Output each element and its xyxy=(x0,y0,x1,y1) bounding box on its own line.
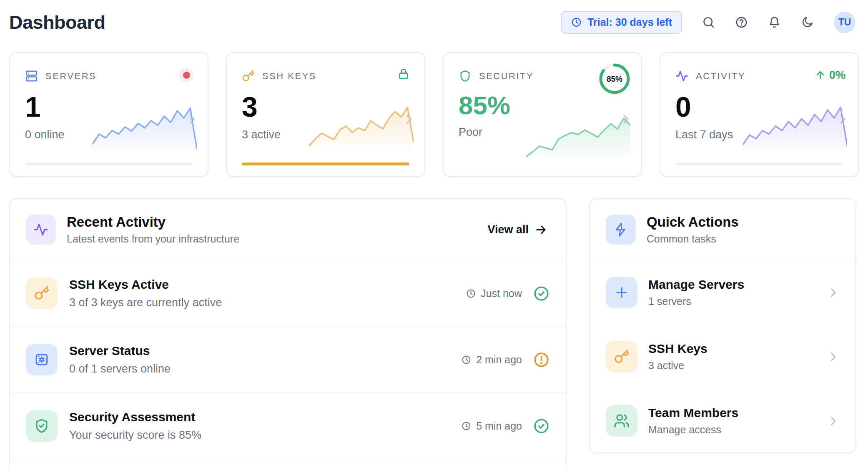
search-button[interactable] xyxy=(702,16,715,29)
server-icon xyxy=(25,70,38,82)
moon-icon xyxy=(801,16,814,29)
quick-action-title: SSH Keys xyxy=(648,342,707,356)
ssh-keys-progress-track xyxy=(242,162,409,165)
activity-pulse-icon xyxy=(26,215,56,245)
chevron-right-icon xyxy=(827,286,840,299)
stat-subtext: 0 online xyxy=(25,128,193,141)
clock-icon xyxy=(461,421,472,431)
activity-pulse-icon xyxy=(675,70,688,82)
stat-label: SECURITY xyxy=(479,71,534,82)
stat-card-ssh-keys[interactable]: SSH KEYS 3 3 active xyxy=(226,52,425,177)
shield-check-icon xyxy=(26,410,58,442)
stat-label: ACTIVITY xyxy=(696,71,745,82)
user-avatar[interactable]: TU xyxy=(834,12,855,33)
arrow-right-icon xyxy=(534,223,547,236)
trial-badge-label: Trial: 30 days left xyxy=(587,16,672,28)
stat-card-security[interactable]: SECURITY 85% 85% Poor xyxy=(443,52,642,177)
chevron-right-icon xyxy=(619,112,633,126)
top-bar: Dashboard Trial: 30 days left xyxy=(0,0,868,34)
activity-item-server-status[interactable]: Server Status 0 of 1 servers online 2 mi… xyxy=(10,326,566,392)
activity-description: Your security score is 85% xyxy=(69,429,201,442)
quick-action-title: Team Members xyxy=(648,406,738,420)
activity-title: Server Status xyxy=(69,344,171,358)
quick-action-subtitle: 1 servers xyxy=(648,295,744,308)
shield-icon xyxy=(459,70,472,82)
chevron-right-icon xyxy=(402,112,416,126)
help-button[interactable] xyxy=(735,16,748,29)
help-icon xyxy=(735,16,748,29)
stat-card-activity[interactable]: ACTIVITY 0% 0 Last 7 days xyxy=(660,52,859,177)
stat-label: SSH KEYS xyxy=(262,71,316,82)
security-score-ring: 85% xyxy=(598,62,631,95)
key-icon xyxy=(606,341,637,372)
stat-value: 0 xyxy=(675,92,843,121)
activity-item-ssh-keys[interactable]: SSH Keys Active 3 of 3 keys are currentl… xyxy=(10,260,566,326)
notifications-button[interactable] xyxy=(768,16,781,29)
activity-item-security-assessment[interactable]: Security Assessment Your security score … xyxy=(10,392,566,459)
activity-timestamp: 5 min ago xyxy=(461,420,522,432)
stat-subtext: Last 7 days xyxy=(675,128,843,141)
recent-activity-panel: Recent Activity Latest events from your … xyxy=(9,198,567,470)
activity-description: 3 of 3 keys are currently active xyxy=(69,296,222,309)
dashboard-page: Dashboard Trial: 30 days left xyxy=(0,0,868,470)
quick-actions-panel: Quick Actions Common tasks Manage Server… xyxy=(589,198,856,453)
users-icon xyxy=(606,405,637,437)
alert-circle-icon xyxy=(533,351,550,368)
activity-progress-track xyxy=(675,162,843,165)
stat-value: 85% xyxy=(459,92,626,118)
page-title: Dashboard xyxy=(9,12,105,33)
stat-label: SERVERS xyxy=(45,71,96,82)
trend-indicator: 0% xyxy=(815,69,845,82)
lightning-icon xyxy=(606,215,636,245)
clock-icon xyxy=(461,355,472,365)
quick-action-ssh-keys[interactable]: SSH Keys 3 active xyxy=(590,325,855,389)
panel-title: Quick Actions xyxy=(647,214,739,230)
stat-value: 3 xyxy=(242,92,409,121)
server-cog-icon xyxy=(26,344,58,375)
search-icon xyxy=(702,16,715,29)
activity-title: Security Assessment xyxy=(69,410,201,424)
stat-subtext: 3 active xyxy=(242,128,409,141)
quick-action-subtitle: Manage access xyxy=(648,424,738,436)
check-circle-icon xyxy=(533,285,550,302)
quick-action-manage-servers[interactable]: Manage Servers 1 servers xyxy=(590,260,855,325)
panels-row: Recent Activity Latest events from your … xyxy=(9,198,859,470)
chevron-right-icon xyxy=(185,112,199,126)
panel-title: Recent Activity xyxy=(67,214,239,230)
stat-card-servers[interactable]: SERVERS 1 0 online xyxy=(9,52,208,177)
bell-icon xyxy=(768,16,781,29)
clock-icon xyxy=(466,288,476,299)
clock-icon xyxy=(571,17,582,28)
quick-action-subtitle: 3 active xyxy=(648,360,707,372)
quick-action-title: Manage Servers xyxy=(648,278,744,292)
stat-value: 1 xyxy=(25,92,193,121)
servers-progress-track xyxy=(25,162,193,165)
view-all-button[interactable]: View all xyxy=(485,223,550,237)
activity-timestamp: Just now xyxy=(466,288,522,300)
stat-subtext: Poor xyxy=(459,126,626,139)
trend-value: 0% xyxy=(829,69,845,82)
plus-icon xyxy=(606,277,637,308)
key-icon xyxy=(26,278,58,309)
lock-icon xyxy=(397,67,410,80)
chevron-right-icon xyxy=(827,350,840,363)
divider xyxy=(10,459,566,459)
offline-status-dot xyxy=(179,68,193,82)
panel-subtitle: Latest events from your infrastructure xyxy=(67,233,239,245)
header-actions: Trial: 30 days left xyxy=(561,11,855,34)
activity-description: 0 of 1 servers online xyxy=(69,362,171,375)
key-icon xyxy=(242,70,255,82)
panel-subtitle: Common tasks xyxy=(647,233,739,245)
chevron-right-icon xyxy=(827,415,840,428)
quick-action-team-members[interactable]: Team Members Manage access xyxy=(590,389,855,453)
activity-timestamp: 2 min ago xyxy=(461,354,522,366)
activity-title: SSH Keys Active xyxy=(69,278,222,292)
check-circle-icon xyxy=(533,418,550,435)
stats-row: SERVERS 1 0 online SSH KEYS 3 3 active xyxy=(9,52,859,177)
ring-percent-label: 85% xyxy=(607,75,622,83)
dark-mode-toggle[interactable] xyxy=(801,16,814,29)
trial-badge[interactable]: Trial: 30 days left xyxy=(561,11,682,34)
arrow-up-icon xyxy=(815,70,826,81)
chevron-right-icon xyxy=(835,112,850,126)
